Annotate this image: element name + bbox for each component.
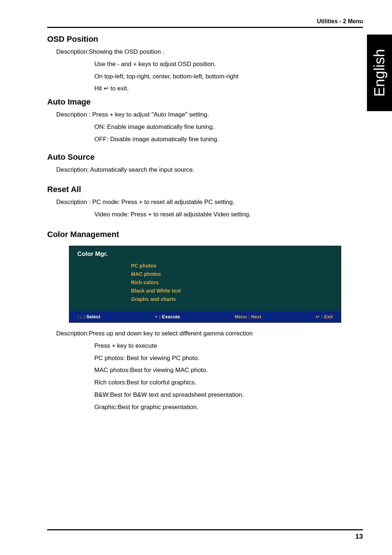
- breadcrumb: Utilities - 2 Menu: [47, 18, 363, 25]
- footer-execute-label: : Execute: [159, 314, 180, 319]
- color-mgr-item[interactable]: Graphs and charts: [131, 296, 341, 302]
- osd-position-desc-2: Use the - and + keys to adjust OSD posit…: [94, 60, 363, 69]
- heading-color-management: Color Management: [47, 230, 363, 239]
- reset-all-desc-2: Video mode: Press + to reset all adjusta…: [94, 210, 363, 219]
- color-mgmt-desc-5: Rich colors:Best for colorful graphics.: [94, 378, 363, 387]
- footer-exit: ↵ : Exit: [316, 314, 333, 319]
- footer-select: ↑↓ : Select: [77, 314, 100, 319]
- osd-position-desc-4: Hit ↵ to exit.: [94, 84, 363, 93]
- color-mgr-title: Color Mgr.: [69, 246, 341, 261]
- color-mgr-items: PC photos MAC photos Rich colors Black a…: [69, 261, 341, 311]
- header-divider: [47, 27, 363, 28]
- page-header: Utilities - 2 Menu: [47, 18, 363, 28]
- enter-icon: ↵: [316, 314, 320, 319]
- osd-position-desc-1: Description:Showing the OSD position .: [56, 48, 363, 56]
- auto-image-desc-3: OFF: Disable image automatically fine tu…: [94, 135, 363, 144]
- color-mgr-item[interactable]: MAC photos: [131, 271, 341, 277]
- page-number: 13: [47, 532, 363, 540]
- updown-arrow-icon: ↑↓: [77, 314, 82, 319]
- color-mgr-item[interactable]: Rich colors: [131, 279, 341, 285]
- color-mgr-item[interactable]: Black and White text: [131, 288, 341, 294]
- heading-osd-position: OSD Position: [47, 34, 363, 44]
- osd-position-desc-3: On top-left, top-right, center, bottom-l…: [94, 72, 363, 81]
- footer-menu: Menu : Next: [234, 314, 261, 319]
- page-footer: 13: [47, 529, 363, 540]
- color-mgmt-desc-6: B&W:Best for B&W text and spreadsheet pr…: [94, 391, 363, 399]
- color-mgr-item[interactable]: PC photos: [131, 263, 341, 269]
- auto-image-desc-2: ON: Enable image automatically fine tuni…: [94, 123, 363, 131]
- language-tab: English: [367, 34, 392, 111]
- color-mgmt-desc-2: Press + key to execute: [94, 342, 363, 350]
- heading-reset-all: Reset All: [47, 185, 363, 194]
- auto-source-desc-1: Description: Automatically search the in…: [56, 166, 363, 174]
- color-mgmt-desc-3: PC photos: Best for viewing PC photo.: [94, 354, 363, 363]
- color-mgmt-desc-7: Graphic:Best for graphic presentation.: [94, 403, 363, 412]
- color-mgmt-desc-1: Description:Press up and down key to sel…: [56, 329, 363, 338]
- auto-image-desc-1: Description : Press + key to adjust "Aut…: [56, 110, 363, 119]
- color-mgmt-desc-4: MAC photos:Best for viewing MAC photo.: [94, 366, 363, 375]
- heading-auto-source: Auto Source: [47, 152, 363, 162]
- reset-all-desc-1: Description : PC mode: Press + to reset …: [56, 198, 363, 207]
- footer-exit-label: : Exit: [321, 314, 333, 319]
- color-mgr-footer: ↑↓ : Select + : Execute Menu : Next ↵ : …: [69, 311, 341, 322]
- footer-execute: + : Execute: [155, 314, 180, 319]
- color-mgr-panel: Color Mgr. PC photos MAC photos Rich col…: [69, 246, 341, 323]
- footer-divider: [47, 529, 363, 530]
- footer-select-label: : Select: [83, 314, 100, 319]
- heading-auto-image: Auto Image: [47, 97, 363, 107]
- plus-icon: +: [155, 314, 158, 319]
